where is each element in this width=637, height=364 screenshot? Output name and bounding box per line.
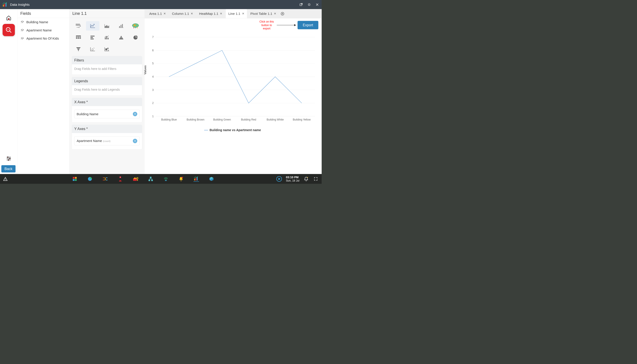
tab-close-icon[interactable]: ✕ [191,12,193,16]
flow-app-icon[interactable] [102,176,108,182]
tab-close-icon[interactable]: ✕ [242,12,244,16]
scatter-chart-icon[interactable] [86,44,99,54]
person-app-icon[interactable] [118,176,123,182]
svg-point-34 [92,48,93,49]
tab-label: Line 1.1 [228,12,240,16]
svg-rect-12 [119,26,120,28]
svg-point-16 [134,24,136,26]
svg-point-8 [8,160,9,160]
yaxes-header: Y Axes * [72,125,142,133]
field-item[interactable]: Building Name [18,18,70,26]
fields-header: Fields [18,9,70,18]
pie-app-icon[interactable] [87,176,93,182]
svg-point-72 [120,177,121,178]
yaxes-chip[interactable]: Apartment Name (count) ✕ [74,137,140,145]
play-logo-icon[interactable] [276,176,282,182]
close-icon[interactable] [315,3,319,6]
svg-text:Building Yellow: Building Yellow [293,118,311,121]
svg-rect-11 [78,25,80,26]
tab-close-icon[interactable]: ✕ [274,12,276,16]
tab-area[interactable]: Area 1.1✕ [147,9,169,18]
svg-rect-13 [120,25,122,28]
line-chart: 1234567Building BlueBuilding BrownBuildi… [148,32,318,128]
yaxes-section[interactable]: Y Axes * Apartment Name (count) ✕ [72,125,142,150]
area-chart-icon[interactable] [100,21,114,30]
export-button[interactable]: Export [298,21,318,30]
legends-section[interactable]: Legends Drag Fields here to add Legends [72,77,142,96]
xaxes-section[interactable]: X Axes * Building Name ✕ [72,98,142,122]
filters-section[interactable]: Filters Drag Fields here to add Filters [72,56,142,75]
table-chart-icon[interactable] [72,33,85,42]
geo-map-icon[interactable] [129,21,142,30]
field-item[interactable]: Apartment No Of Kids [18,34,70,43]
field-label: Apartment Name [26,28,52,32]
combo-chart-icon[interactable] [100,33,114,42]
export-hint: Click on this button to export [258,20,276,30]
tab-label: Column 1.1 [172,12,189,16]
back-button[interactable]: Back [1,165,16,172]
svg-point-36 [94,48,94,48]
funnel-chart-icon[interactable] [72,44,85,54]
field-item[interactable]: Apartment Name [18,26,70,34]
bell-app-icon[interactable] [178,176,184,182]
svg-point-73 [137,177,138,179]
svg-rect-1 [4,4,5,7]
tab-heatmap[interactable]: HeatMap 1.1✕ [196,9,225,18]
cube-app-icon[interactable] [208,176,214,182]
tab-pivottable[interactable]: Pivot Table 1.1✕ [248,9,279,18]
svg-text:Building Red: Building Red [241,118,256,121]
bubble-chart-icon[interactable] [100,44,114,54]
dashboard-app-icon[interactable] [72,176,78,182]
tab-column[interactable]: Column 1.1✕ [169,9,196,18]
wifi-app-icon[interactable] [163,176,168,182]
svg-point-79 [181,180,182,181]
popout-icon[interactable] [299,3,303,6]
config-header: Line 1.1 [70,9,144,18]
insights-app-icon[interactable] [194,176,199,182]
network-app-icon[interactable] [148,176,154,182]
svg-rect-27 [90,36,94,36]
filters-placeholder: Drag Fields here to add Filters [72,64,142,74]
warning-icon[interactable] [3,177,10,181]
svg-text:6: 6 [152,49,154,52]
compress-icon[interactable] [307,3,311,6]
xaxes-chip[interactable]: Building Name ✕ [74,110,140,118]
svg-rect-26 [80,38,81,39]
svg-rect-21 [76,37,77,38]
svg-point-40 [108,50,109,51]
svg-point-33 [91,50,92,50]
tab-line[interactable]: Line 1.1✕ [226,9,247,18]
home-icon[interactable] [6,15,12,21]
tab-close-icon[interactable]: ✕ [220,12,222,16]
search-button[interactable] [2,24,15,36]
svg-rect-22 [78,37,79,38]
pivot-chart-icon[interactable] [72,21,85,30]
pie-chart-icon[interactable] [129,33,142,42]
svg-rect-31 [106,36,107,39]
field-label: Apartment No Of Kids [26,37,59,40]
svg-rect-75 [149,180,150,181]
bar-chart-icon[interactable] [114,21,128,30]
remove-chip-icon[interactable]: ✕ [133,139,137,143]
config-panel: Line 1.1 Filters Drag Fields here to add… [70,9,144,174]
tab-close-icon[interactable]: ✕ [164,12,166,16]
svg-point-80 [182,177,183,178]
chip-label: Apartment Name (count) [76,139,110,143]
svg-rect-81 [194,178,195,180]
svg-rect-78 [165,180,167,181]
svg-text:1: 1 [152,115,154,118]
svg-point-7 [9,158,10,159]
titlebar: Data Insights [0,0,322,9]
fullscreen-icon[interactable] [313,176,318,182]
clock-time: 03:10 PM [286,176,300,179]
svg-rect-14 [122,24,123,28]
settings-sliders-icon[interactable] [6,156,12,162]
line-chart-icon[interactable] [86,21,99,30]
hbar-chart-icon[interactable] [86,33,99,42]
pyramid-chart-icon[interactable] [114,33,128,42]
add-tab-icon[interactable] [280,9,285,18]
tab-label: Pivot Table 1.1 [250,12,272,16]
house-key-app-icon[interactable] [133,176,138,182]
remove-chip-icon[interactable]: ✕ [133,112,137,116]
notification-bell-icon[interactable] [304,176,309,182]
